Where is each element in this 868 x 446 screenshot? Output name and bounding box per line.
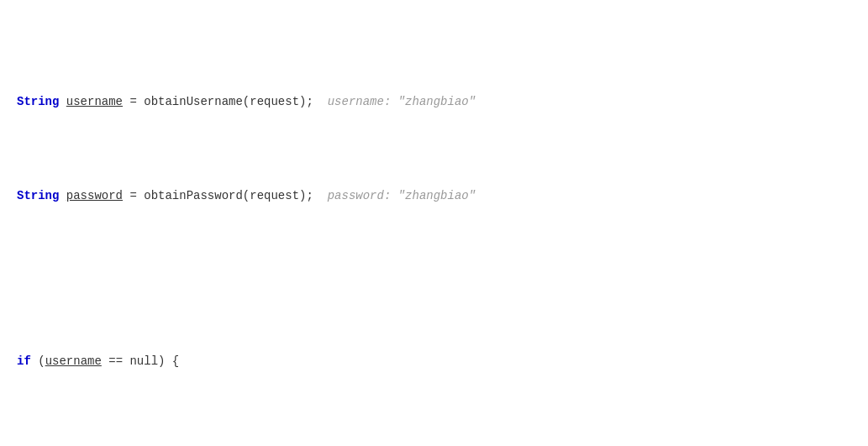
keyword-if-1: if <box>17 352 31 370</box>
code-line-3: if (username == null) { <box>17 352 851 370</box>
code-text-3: ( <box>31 352 45 370</box>
code-line-1: String username = obtainUsername(request… <box>17 92 851 111</box>
code-line-2: String password = obtainPassword(request… <box>17 186 851 205</box>
keyword-string-2: String <box>17 186 66 205</box>
comment-password-value: password: "zhangbiao" <box>313 186 476 205</box>
var-password-1: password <box>66 186 123 205</box>
code-text: = obtainUsername(request); <box>123 92 313 111</box>
keyword-string: String <box>17 92 66 111</box>
code-text-4: == null) { <box>102 352 179 370</box>
code-viewer: String username = obtainUsername(request… <box>17 17 851 446</box>
var-username-1: username <box>66 92 123 111</box>
spacer-1 <box>17 261 851 276</box>
code-text-2: = obtainPassword(request); <box>123 186 313 205</box>
comment-username-value: username: "zhangbiao" <box>313 92 476 111</box>
var-username-2: username <box>45 352 102 370</box>
